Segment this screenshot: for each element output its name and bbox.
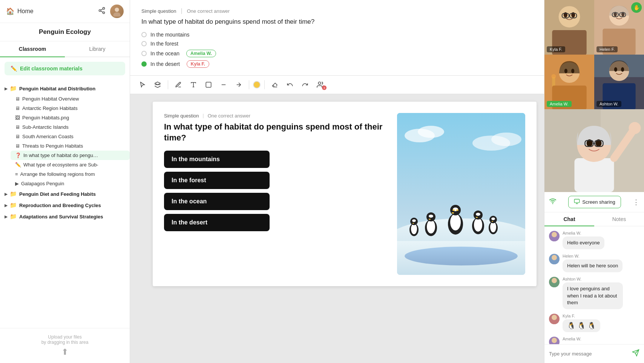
- svg-point-23: [405, 247, 518, 265]
- svg-point-103: [552, 338, 557, 343]
- color-picker[interactable]: [253, 81, 261, 88]
- eraser-tool[interactable]: [268, 79, 281, 90]
- folder-reproduction[interactable]: ▶ 📁 Reproduction and Breeding Cycles: [0, 200, 130, 211]
- wifi-icon: [549, 197, 557, 207]
- chat-message-1: Amelia W. Hello everyone: [549, 231, 639, 249]
- kyla-bubble: Kyla F. 🐧 🐧 🐧: [563, 314, 600, 332]
- message-input[interactable]: [549, 351, 629, 357]
- toolbar-divider3: [264, 80, 265, 89]
- sidebar: 🏠 Home Penguin Ecology Classroom Library…: [0, 0, 130, 363]
- video-ashton: Ashton W.: [594, 55, 644, 109]
- folder-adaptations[interactable]: ▶ 📁 Adaptations and Survival Strategies: [0, 211, 130, 222]
- tree-item-subantarctic[interactable]: 🖥 Sub-Antarctic Islands: [11, 122, 130, 132]
- radio-ocean: [141, 51, 147, 56]
- screen-icon: [574, 198, 580, 206]
- sidebar-tabs: Classroom Library: [0, 41, 130, 57]
- chat-message-2: Helen W. Helen will be here soon: [549, 254, 639, 272]
- svg-point-39: [476, 213, 480, 216]
- tab-library[interactable]: Library: [65, 41, 130, 56]
- slide-answer-ocean[interactable]: In the ocean: [164, 193, 270, 210]
- svg-point-101: [552, 315, 557, 320]
- people-tool[interactable]: 3: [314, 79, 327, 91]
- slide-answer-forest[interactable]: In the forest: [164, 172, 270, 189]
- tree-item-galapagos[interactable]: ▶ Galapagos Penguin: [11, 179, 130, 188]
- edit-materials-button[interactable]: ✏️ Edit classroom materials: [5, 62, 125, 75]
- tree-item-threats[interactable]: 🖥 Threats to Penguin Habitats: [11, 141, 130, 151]
- right-panel-toolbar: Screen sharing ⋮: [544, 192, 644, 212]
- tree-item-overview[interactable]: 🖥 Penguin Habitat Overview: [11, 94, 130, 104]
- highlight-tool[interactable]: [151, 79, 164, 90]
- slide-answers: In the mountains In the forest In the oc…: [164, 151, 389, 231]
- folder-habitat[interactable]: ▶ 📁 Penguin Habitat and Distribution: [0, 83, 130, 94]
- svg-rect-92: [575, 199, 580, 203]
- home-nav[interactable]: 🏠 Home: [6, 7, 34, 15]
- slide-meta: Simple question | One correct answer: [164, 113, 389, 119]
- undo-button[interactable]: [284, 79, 296, 90]
- home-icon: 🏠: [6, 7, 14, 15]
- send-button[interactable]: [632, 349, 639, 358]
- tab-notes[interactable]: Notes: [594, 212, 644, 226]
- answer-type: One correct answer: [187, 8, 230, 14]
- slide-answer-desert[interactable]: In the desert: [164, 214, 270, 231]
- option-mountains[interactable]: In the mountains: [141, 32, 533, 38]
- svg-point-47: [411, 224, 417, 234]
- line-tool[interactable]: [217, 79, 230, 90]
- right-panel: Kyla F. ✋ Helen F.: [544, 0, 644, 363]
- ashton-sender: Ashton W.: [563, 277, 623, 281]
- tab-classroom[interactable]: Classroom: [0, 41, 65, 56]
- radio-forest: [141, 41, 147, 46]
- tab-chat[interactable]: Chat: [544, 212, 594, 226]
- share-button[interactable]: [98, 7, 106, 16]
- edit-icon: ✏️: [11, 66, 17, 72]
- presenter-video: [544, 109, 644, 192]
- amelia-text1: Hello everyone: [563, 236, 604, 249]
- tree-item-arrange[interactable]: ≡ Arrange the following regions from: [11, 169, 130, 179]
- option-ocean[interactable]: In the ocean Amelia W.: [141, 50, 533, 57]
- slide-answer-mountains[interactable]: In the mountains: [164, 151, 270, 168]
- kyla-label: Kyla F.: [547, 46, 565, 52]
- svg-line-4: [101, 9, 103, 10]
- amelia-sender2: Amelia W.: [563, 337, 581, 341]
- upload-area[interactable]: Upload your files by dragging in this ar…: [0, 328, 130, 363]
- svg-point-98: [550, 261, 558, 264]
- question-text: In what type of habitat do penguins spen…: [141, 18, 533, 26]
- slide-question-text: In what type of habitat do penguins spen…: [164, 122, 389, 143]
- radio-mountains: [141, 32, 147, 37]
- user-avatar[interactable]: [110, 5, 124, 18]
- slide-meta-sep: |: [203, 113, 204, 119]
- amelia-avatar1: [549, 231, 560, 241]
- redo-button[interactable]: [299, 79, 311, 90]
- option-forest[interactable]: In the forest: [141, 41, 533, 47]
- amelia-avatar2: [549, 337, 560, 344]
- course-title: Penguin Ecology: [0, 23, 130, 41]
- play-icon: ▶: [15, 181, 19, 186]
- header-actions: [98, 5, 124, 18]
- kyla-sender: Kyla F.: [563, 314, 600, 318]
- pen-tool[interactable]: [172, 79, 185, 90]
- more-options-button[interactable]: ⋮: [633, 198, 639, 206]
- cursor-tool[interactable]: [136, 79, 149, 90]
- tree-item-ecosystems[interactable]: ✏️ What type of ecosystems are Sub-: [11, 160, 130, 169]
- arrow-tool[interactable]: [232, 79, 245, 90]
- folder-diet[interactable]: ▶ 📁 Penguin Diet and Feeding Habits: [0, 188, 130, 200]
- svg-rect-11: [206, 82, 211, 87]
- text-tool[interactable]: [187, 79, 200, 90]
- amelia-tag: Amelia W.: [186, 50, 216, 57]
- svg-point-96: [550, 238, 558, 241]
- option-mountains-label: In the mountains: [150, 32, 190, 38]
- folder-icon: 📁: [10, 191, 17, 197]
- folder-icon: 📁: [10, 85, 17, 92]
- ashton-avatar: [549, 277, 560, 287]
- chat-message-3: Ashton W. I love penguins and when I rea…: [549, 277, 639, 309]
- screen-sharing-button[interactable]: Screen sharing: [568, 196, 621, 208]
- rect-tool[interactable]: [202, 79, 215, 90]
- tree-item-southamerican[interactable]: 🖥 South American Coasts: [11, 132, 130, 141]
- tree-item-png[interactable]: 🖼 Penguin Habitats.png: [11, 113, 130, 122]
- video-amelia: Amelia W.: [544, 55, 594, 109]
- svg-point-0: [103, 7, 105, 9]
- chat-input-area: [544, 344, 644, 363]
- tree-item-antarctic[interactable]: 🖥 Antarctic Region Habitats: [11, 104, 130, 113]
- option-desert[interactable]: In the desert Kyla F.: [141, 60, 533, 68]
- ashton-text: I love penguins and when I read a lot ab…: [563, 282, 623, 309]
- tree-item-habitat-question[interactable]: ❓ In what type of habitat do penguins: [11, 151, 130, 160]
